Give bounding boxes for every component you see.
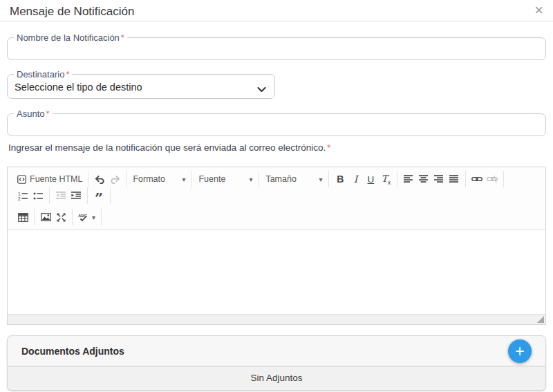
required-asterisk: * xyxy=(46,109,49,119)
toolbar-group-basicstyles: B I U Tx xyxy=(329,171,397,187)
caret-down-icon: ▾ xyxy=(249,176,252,183)
toolbar-group-spellcheck: ABC ▾ xyxy=(73,209,102,225)
modal-body: Nombre de la Notificación* Destinatario*… xyxy=(0,32,553,392)
toolbar-group-source: Fuente HTML xyxy=(12,171,88,187)
spellcheck-icon: ABC xyxy=(78,213,89,222)
toolbar-row-break xyxy=(12,204,541,209)
page-title: Mensaje de Notificación xyxy=(10,3,134,20)
align-left-button[interactable] xyxy=(401,171,416,187)
image-icon xyxy=(41,213,51,221)
font-combo[interactable]: Fuente ▾ xyxy=(196,171,255,187)
remove-format-button[interactable]: Tx xyxy=(378,171,393,187)
table-icon xyxy=(18,213,28,222)
caret-down-icon: ▾ xyxy=(319,176,322,183)
subject-field: Asunto* xyxy=(7,109,546,136)
undo-button[interactable] xyxy=(92,171,107,187)
size-combo[interactable]: Tamaño ▾ xyxy=(263,171,325,187)
blockquote-button[interactable]: ” xyxy=(91,188,106,203)
table-button[interactable] xyxy=(15,209,30,225)
add-attachment-button[interactable]: + xyxy=(508,339,532,363)
underline-button[interactable]: U xyxy=(363,171,378,187)
maximize-button[interactable] xyxy=(53,209,68,225)
toolbar-group-links xyxy=(466,171,504,187)
maximize-icon xyxy=(57,213,66,222)
recipient-label: Destinatario* xyxy=(14,69,72,80)
outdent-button[interactable] xyxy=(53,188,68,203)
bold-button[interactable]: B xyxy=(332,171,348,187)
editor-toolbar: Fuente HTML Formato ▾ Fuente xyxy=(8,167,545,230)
editor-content[interactable] xyxy=(8,230,545,314)
redo-button[interactable] xyxy=(107,171,122,187)
justify-button[interactable] xyxy=(447,171,462,187)
toolbar-group-align xyxy=(397,171,466,187)
ordered-list-button[interactable]: 12 xyxy=(15,188,30,203)
resize-handle[interactable] xyxy=(537,316,544,323)
source-button[interactable]: Fuente HTML xyxy=(15,171,84,187)
notification-name-label: Nombre de la Notificación* xyxy=(14,32,127,43)
close-icon[interactable]: × xyxy=(533,3,545,17)
modal-header: Mensaje de Notificación × xyxy=(0,0,553,21)
italic-icon: I xyxy=(354,174,358,185)
format-combo[interactable]: Formato ▾ xyxy=(130,171,188,187)
message-hint: Ingresar el mensaje de la notificación q… xyxy=(8,142,545,153)
toolbar-group-quote: ” xyxy=(88,187,111,204)
source-code-icon xyxy=(17,175,26,184)
bulleted-list-button[interactable] xyxy=(30,188,46,203)
underline-icon: U xyxy=(368,174,375,185)
indent-icon xyxy=(71,192,82,200)
unlink-button[interactable] xyxy=(485,171,500,187)
outdent-icon xyxy=(56,192,66,200)
required-asterisk: * xyxy=(121,32,124,43)
toolbar-group-indent xyxy=(50,187,88,204)
toolbar-group-media xyxy=(35,209,73,225)
blockquote-icon: ” xyxy=(95,195,103,202)
align-right-icon xyxy=(434,175,444,183)
subject-label: Asunto* xyxy=(14,109,53,119)
remove-format-icon: Tx xyxy=(382,173,391,186)
spellcheck-button[interactable]: ABC ▾ xyxy=(76,209,97,225)
undo-icon xyxy=(95,175,105,184)
indent-button[interactable] xyxy=(68,188,84,203)
align-left-icon xyxy=(404,175,413,183)
bulleted-list-icon xyxy=(33,192,44,200)
ordered-list-icon: 12 xyxy=(18,192,28,200)
notification-name-input[interactable] xyxy=(13,43,540,57)
link-button[interactable] xyxy=(469,171,485,187)
attachments-title: Documentos Adjuntos xyxy=(21,346,124,357)
italic-button[interactable]: I xyxy=(348,171,363,187)
toolbar-group-size: Tamaño ▾ xyxy=(259,171,329,187)
align-center-icon xyxy=(419,175,429,183)
bold-icon: B xyxy=(337,174,344,185)
notification-name-field: Nombre de la Notificación* xyxy=(7,32,546,60)
no-attachments-row: Sin Adjuntos xyxy=(8,366,545,390)
attachments-header: Documentos Adjuntos + xyxy=(8,336,545,366)
subject-input[interactable] xyxy=(13,119,540,133)
editor-footer xyxy=(8,314,545,324)
align-right-button[interactable] xyxy=(431,171,447,187)
justify-icon xyxy=(449,175,459,183)
required-asterisk: * xyxy=(327,142,330,153)
toolbar-group-table xyxy=(12,209,35,225)
caret-down-icon: ▾ xyxy=(92,214,95,221)
link-icon xyxy=(471,176,482,183)
redo-icon xyxy=(110,175,120,184)
attachments-card: Documentos Adjuntos + Sin Adjuntos xyxy=(7,335,546,391)
svg-text:2: 2 xyxy=(18,196,21,200)
toolbar-group-format: Formato ▾ xyxy=(126,171,192,187)
image-button[interactable] xyxy=(38,209,53,225)
rich-text-editor: Fuente HTML Formato ▾ Fuente xyxy=(7,167,546,325)
toolbar-group-font: Fuente ▾ xyxy=(192,171,259,187)
toolbar-group-history xyxy=(88,171,126,187)
caret-down-icon: ▾ xyxy=(182,176,185,183)
recipient-select[interactable]: Seleccione el tipo de destino xyxy=(13,80,269,96)
toolbar-group-lists: 12 xyxy=(12,187,50,204)
source-label: Fuente HTML xyxy=(30,174,82,184)
align-center-button[interactable] xyxy=(416,171,431,187)
recipient-field: Destinatario* Seleccione el tipo de dest… xyxy=(7,69,275,99)
required-asterisk: * xyxy=(66,69,69,80)
unlink-icon xyxy=(487,175,498,183)
